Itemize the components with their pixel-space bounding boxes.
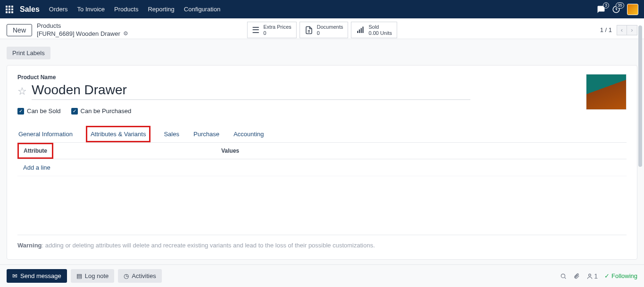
column-header-values[interactable]: Values <box>216 143 627 159</box>
nav-orders[interactable]: Orders <box>49 6 68 13</box>
stat-value: 0.00 Units <box>368 30 392 36</box>
add-a-line-link[interactable]: Add a line <box>17 159 56 176</box>
attributes-table: Attribute Values Add a line Warning: add… <box>17 143 627 249</box>
warning-label: Warning <box>17 242 42 249</box>
tabs: General Information Attributes & Variant… <box>17 126 627 143</box>
product-image[interactable] <box>586 74 627 110</box>
checkbox-label: Can be Sold <box>27 107 61 115</box>
can-be-sold-checkbox[interactable]: ✓ Can be Sold <box>17 107 61 115</box>
can-be-purchased-checkbox[interactable]: ✓ Can be Purchased <box>71 107 132 115</box>
stat-value: 0 <box>317 30 343 36</box>
tab-general-information[interactable]: General Information <box>17 126 74 142</box>
messages-badge: 3 <box>603 2 609 8</box>
svg-rect-3 <box>361 28 362 33</box>
pager-prev[interactable]: ‹ <box>617 25 627 35</box>
control-bar: New Products [FURN_6689] Wooden Drawer ⚙… <box>0 18 644 39</box>
favorite-star-icon[interactable]: ☆ <box>17 85 27 98</box>
column-header-attribute[interactable]: Attribute <box>17 143 53 159</box>
stat-boxes: ☰ Extra Prices0 Documents0 Sold0.00 Unit… <box>247 22 397 38</box>
stat-value: 0 <box>263 30 291 36</box>
warning-message: : adding or deleting attributes will del… <box>42 242 375 249</box>
nav-products[interactable]: Products <box>114 6 138 13</box>
nav-reporting[interactable]: Reporting <box>148 6 174 13</box>
tab-sales[interactable]: Sales <box>163 126 180 142</box>
bars-icon <box>356 26 365 34</box>
form-body: Print Labels Product Name ☆ ✓ Can be Sol… <box>0 39 644 264</box>
pager-text: 1 / 1 <box>600 26 612 33</box>
nav-items: Orders To Invoice Products Reporting Con… <box>49 6 220 13</box>
gear-icon[interactable]: ⚙ <box>123 30 128 38</box>
nav-to-invoice[interactable]: To Invoice <box>77 6 105 13</box>
check-icon: ✓ <box>17 108 24 115</box>
checkbox-label: Can be Purchased <box>81 107 132 115</box>
user-avatar[interactable] <box>627 4 638 15</box>
stat-documents[interactable]: Documents0 <box>300 22 349 38</box>
product-name-label: Product Name <box>17 74 579 81</box>
doc-icon <box>305 26 313 34</box>
apps-icon[interactable] <box>6 6 13 13</box>
product-name-input[interactable] <box>32 82 470 100</box>
empty-space <box>17 176 627 228</box>
tab-attributes-variants[interactable]: Attributes & Variants <box>86 126 151 142</box>
top-navbar: Sales Orders To Invoice Products Reporti… <box>0 0 644 18</box>
stat-title: Extra Prices <box>263 24 291 30</box>
breadcrumb: Products [FURN_6689] Wooden Drawer ⚙ <box>37 22 128 38</box>
activities-icon[interactable]: 35 <box>612 5 620 14</box>
new-button[interactable]: New <box>7 24 32 36</box>
list-icon: ☰ <box>252 25 259 35</box>
pager-next[interactable]: › <box>627 25 637 35</box>
breadcrumb-parent[interactable]: Products <box>37 22 128 30</box>
stat-title: Sold <box>368 24 392 30</box>
product-card: Product Name ☆ ✓ Can be Sold ✓ Can be Pu… <box>7 65 637 260</box>
check-icon: ✓ <box>71 108 78 115</box>
stat-extra-prices[interactable]: ☰ Extra Prices0 <box>247 22 296 38</box>
messages-icon[interactable]: 3 <box>597 5 605 14</box>
warning-text: Warning: adding or deleting attributes w… <box>17 235 627 249</box>
nav-configuration[interactable]: Configuration <box>184 6 220 13</box>
tab-accounting[interactable]: Accounting <box>233 126 265 142</box>
tab-purchase[interactable]: Purchase <box>192 126 220 142</box>
svg-rect-4 <box>363 26 364 33</box>
stat-sold[interactable]: Sold0.00 Units <box>351 22 397 38</box>
svg-rect-1 <box>357 31 358 33</box>
stat-title: Documents <box>317 24 343 30</box>
svg-rect-2 <box>359 29 360 33</box>
print-labels-button[interactable]: Print Labels <box>7 47 50 59</box>
breadcrumb-current: [FURN_6689] Wooden Drawer <box>37 30 120 38</box>
app-brand[interactable]: Sales <box>20 5 40 14</box>
activities-badge: 35 <box>616 2 624 8</box>
scrollbar[interactable] <box>638 21 643 264</box>
